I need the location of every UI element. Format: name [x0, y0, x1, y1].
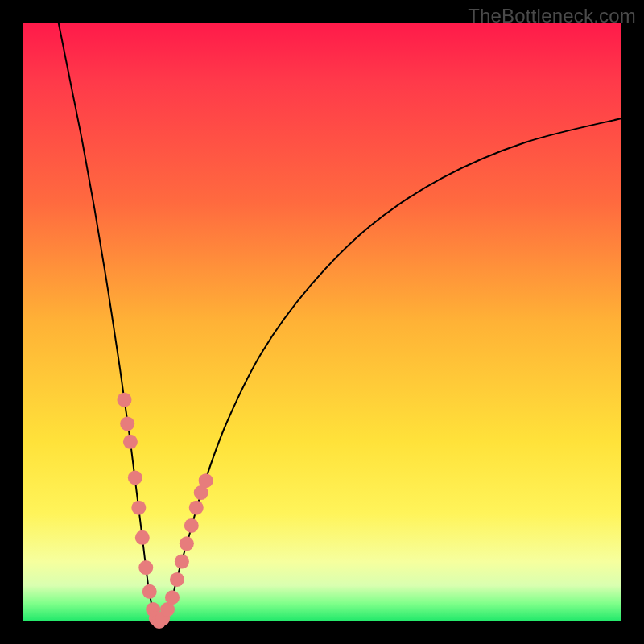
curve-svg [23, 23, 621, 621]
marker-point [199, 473, 213, 488]
marker-point [184, 518, 199, 533]
highlight-markers [117, 393, 213, 629]
marker-point [131, 501, 146, 515]
marker-point [180, 536, 194, 551]
marker-point [123, 435, 138, 449]
marker-point [117, 393, 131, 407]
marker-point [165, 590, 180, 605]
marker-point [135, 530, 150, 545]
marker-point [120, 416, 134, 431]
marker-point [175, 555, 189, 569]
marker-point [170, 572, 184, 587]
marker-point [142, 584, 157, 599]
marker-point [189, 501, 204, 515]
marker-point [138, 560, 153, 575]
plot-area [23, 23, 621, 621]
marker-point [128, 470, 142, 485]
chart-frame: TheBottleneck.com [0, 0, 644, 644]
watermark-text: TheBottleneck.com [468, 5, 636, 27]
